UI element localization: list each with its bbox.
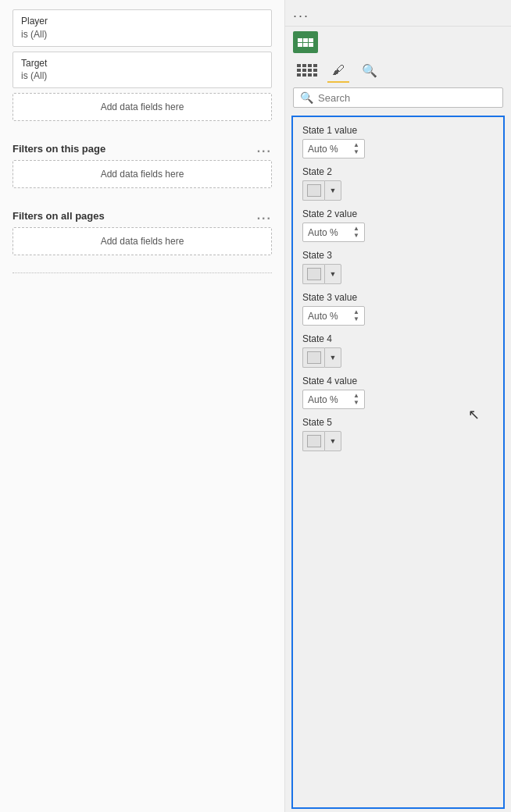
- state3-color-swatch: [307, 268, 321, 280]
- state4-down-arrow[interactable]: ▼: [353, 400, 359, 406]
- target-filter-label: Target: [21, 57, 263, 70]
- filters-on-page-header: Filters on this page ...: [0, 132, 284, 160]
- analytics-tab-button[interactable]: 🔍: [356, 58, 384, 83]
- state5-color-row: ▼: [302, 431, 494, 451]
- state1-down-arrow[interactable]: ▼: [353, 149, 359, 155]
- search-icon: 🔍: [300, 91, 313, 104]
- state2-up-arrow[interactable]: ▲: [353, 226, 359, 232]
- filters-all-pages-header: Filters on all pages ...: [0, 199, 284, 227]
- state5-label: State 5: [302, 417, 494, 428]
- state3-dropdown-btn[interactable]: ▼: [324, 264, 341, 284]
- state4-label: State 4: [302, 333, 494, 344]
- add-data-fields-visual[interactable]: Add data fields here: [13, 93, 272, 121]
- right-properties-panel: ... 🖌 🔍 🔍 Sta: [285, 0, 511, 812]
- state1-value-spinner[interactable]: ▲ ▼: [353, 142, 359, 155]
- state3-label: State 3: [302, 250, 494, 261]
- state4-color-swatch: [307, 351, 321, 364]
- state2-value-label: State 2 value: [302, 208, 494, 219]
- state5-color-swatch: [307, 435, 321, 447]
- state5-dropdown-btn[interactable]: ▼: [324, 431, 341, 451]
- player-filter-label: Player: [21, 15, 263, 28]
- filters-all-pages-title: Filters on all pages: [13, 210, 105, 222]
- filters-on-page-menu[interactable]: ...: [257, 141, 272, 155]
- state2-color-swatch: [307, 184, 321, 197]
- state4-color-row: ▼: [302, 347, 494, 368]
- state4-up-arrow[interactable]: ▲: [353, 393, 359, 399]
- state5-color-box[interactable]: [302, 431, 324, 451]
- analytics-icon: 🔍: [362, 63, 377, 78]
- add-data-fields-all[interactable]: Add data fields here: [13, 227, 272, 255]
- state4-value-label: State 4 value: [302, 376, 494, 386]
- state3-value-spinner[interactable]: ▲ ▼: [353, 309, 359, 322]
- state4-dropdown-arrow: ▼: [330, 354, 337, 361]
- target-filter-value: is (All): [21, 69, 263, 83]
- table-tab-button[interactable]: [293, 58, 321, 83]
- state3-value-label: State 3 value: [302, 292, 494, 303]
- state2-value-input[interactable]: Auto % ▲ ▼: [302, 223, 365, 242]
- visual-icon-container: [285, 27, 511, 55]
- player-filter-item[interactable]: Player is (All): [13, 9, 272, 47]
- state2-value-spinner[interactable]: ▲ ▼: [353, 226, 359, 239]
- player-filter-value: is (All): [21, 28, 263, 41]
- paintbrush-icon: 🖌: [332, 63, 345, 77]
- state3-down-arrow[interactable]: ▼: [353, 316, 359, 322]
- fields-icon: [297, 64, 317, 77]
- format-properties-panel: State 1 value Auto % ▲ ▼ State 2 ▼ State…: [291, 116, 505, 809]
- state3-color-box[interactable]: [302, 264, 324, 284]
- right-top-bar: ...: [285, 0, 511, 27]
- target-filter-item[interactable]: Target is (All): [13, 52, 272, 89]
- state2-label: State 2: [302, 166, 494, 177]
- state2-dropdown-arrow: ▼: [330, 187, 337, 194]
- state1-value-label: State 1 value: [302, 125, 494, 136]
- more-options-dots[interactable]: ...: [293, 5, 309, 21]
- table-grid-icon: [298, 38, 313, 47]
- visual-level-filters: Player is (All) Target is (All) Add data…: [0, 0, 284, 132]
- search-box[interactable]: 🔍: [293, 87, 503, 108]
- state4-dropdown-btn[interactable]: ▼: [324, 347, 341, 368]
- left-filter-panel: Player is (All) Target is (All) Add data…: [0, 0, 285, 812]
- state2-dropdown-btn[interactable]: ▼: [324, 180, 341, 201]
- search-input[interactable]: [318, 92, 496, 104]
- format-tab-button[interactable]: 🖌: [324, 58, 352, 83]
- state1-value-text: Auto %: [308, 144, 338, 155]
- filters-all-pages-body: Add data fields here: [0, 227, 284, 266]
- state5-dropdown-arrow: ▼: [330, 437, 337, 445]
- state3-dropdown-arrow: ▼: [330, 270, 337, 278]
- filters-on-page-title: Filters on this page: [13, 143, 105, 155]
- filters-on-page-body: Add data fields here: [0, 160, 284, 199]
- filters-all-pages-menu[interactable]: ...: [257, 208, 272, 223]
- state4-value-spinner[interactable]: ▲ ▼: [353, 393, 359, 406]
- add-data-fields-page[interactable]: Add data fields here: [13, 160, 272, 188]
- divider-line: [13, 272, 272, 273]
- state4-value-text: Auto %: [308, 394, 338, 405]
- state2-color-box[interactable]: [302, 180, 324, 201]
- visual-type-icon[interactable]: [293, 31, 318, 53]
- state1-up-arrow[interactable]: ▲: [353, 142, 359, 148]
- state4-color-box[interactable]: [302, 347, 324, 368]
- state2-color-row: ▼: [302, 180, 494, 201]
- state2-down-arrow[interactable]: ▼: [353, 233, 359, 239]
- state3-value-input[interactable]: Auto % ▲ ▼: [302, 306, 365, 326]
- state3-value-text: Auto %: [308, 311, 338, 322]
- state3-color-row: ▼: [302, 264, 494, 284]
- state4-value-input[interactable]: Auto % ▲ ▼: [302, 390, 365, 409]
- state1-value-input[interactable]: Auto % ▲ ▼: [302, 139, 365, 158]
- state2-value-text: Auto %: [308, 227, 338, 238]
- properties-toolbar: 🖌 🔍: [285, 55, 511, 83]
- state3-up-arrow[interactable]: ▲: [353, 309, 359, 315]
